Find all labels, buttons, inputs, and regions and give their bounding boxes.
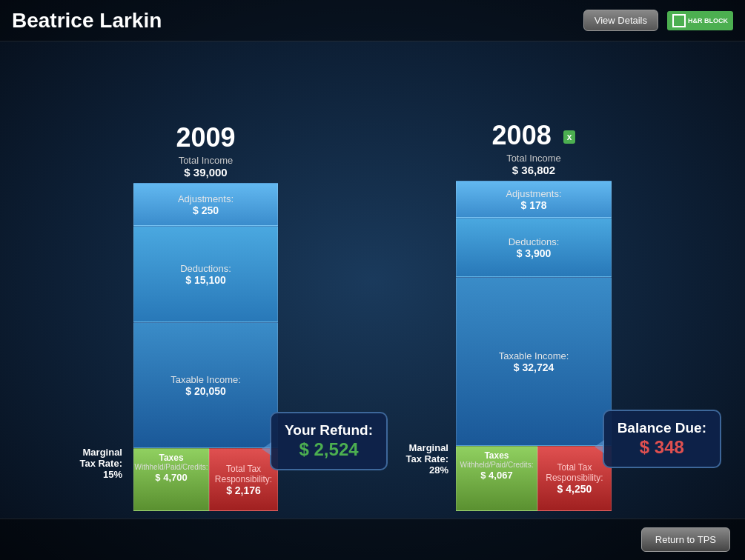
logo-green-square: [672, 14, 686, 27]
adjustments-label-2008: Adjustments:: [506, 188, 561, 199]
adjustments-label-2009: Adjustments:: [178, 193, 234, 204]
logo-text: H&R BLOCK: [688, 17, 728, 24]
adjustments-value-2009: $ 250: [193, 204, 219, 216]
adjustments-value-2008: $ 178: [520, 199, 546, 211]
footer: Return to TPS: [0, 519, 745, 560]
deductions-seg-2008: Deductions: $ 3,900: [456, 218, 612, 277]
total-tax-resp-2008: Responsibility:: [546, 473, 603, 483]
callout-arrow-2008: [595, 440, 604, 453]
year-2009-section: 2009 Total Income $ 39,000 Adjustments: …: [133, 122, 278, 511]
taxable-seg-2009: Taxable Income: $ 20,050: [133, 322, 278, 448]
header: Beatrice Larkin View Details H&R BLOCK: [0, 0, 745, 41]
deductions-seg-2009: Deductions: $ 15,100: [133, 226, 278, 322]
total-tax-label-2009: Total Tax: [226, 464, 261, 474]
balance-label-2008: Balance Due:: [617, 420, 706, 437]
return-to-tps-button[interactable]: Return to TPS: [641, 527, 730, 552]
year-2009-bar: Adjustments: $ 250 Deductions: $ 15,100 …: [133, 183, 278, 511]
page-title: Beatrice Larkin: [12, 9, 162, 33]
year-2009-label: 2009: [176, 122, 235, 153]
withheld-label-2009: Withheld/Paid/Credits:: [135, 463, 208, 472]
total-tax-label-2008: Total Tax: [557, 462, 592, 473]
header-right: View Details H&R BLOCK: [583, 10, 733, 31]
adjustments-seg-2008: Adjustments: $ 178: [456, 181, 612, 218]
withheld-label-2008: Withheld/Paid/Credits:: [460, 461, 533, 470]
taxes-seg-2009: Taxes Withheld/Paid/Credits: $ 4,700: [133, 448, 209, 511]
hr-block-logo: H&R BLOCK: [667, 11, 733, 30]
year-2008-label: 2008 x: [492, 120, 576, 151]
deductions-value-2009: $ 15,100: [185, 274, 226, 286]
year-2009-total-income-label: Total Income: [179, 155, 234, 166]
chart-area: 2009 Total Income $ 39,000 Adjustments: …: [0, 41, 745, 519]
bottom-row-2008: Taxes Withheld/Paid/Credits: $ 4,067 Tot…: [456, 446, 612, 511]
deductions-label-2009: Deductions:: [180, 263, 231, 274]
bottom-row-2009: Taxes Withheld/Paid/Credits: $ 4,700 Tot…: [133, 448, 278, 511]
taxes-top-label-2009: Taxes: [159, 453, 183, 463]
taxes-top-label-2008: Taxes: [484, 450, 509, 461]
marginal-label-2009: Marginal: [52, 447, 122, 458]
adjustments-seg-2009: Adjustments: $ 250: [133, 183, 278, 226]
total-tax-value-2008: $ 4,250: [557, 483, 592, 495]
callout-arrow-2009: [262, 442, 271, 456]
deductions-value-2008: $ 3,900: [517, 247, 552, 259]
deductions-label-2008: Deductions:: [509, 236, 560, 247]
total-tax-resp-2009: Responsibility:: [215, 474, 272, 484]
year-2008-section: 2008 x Total Income $ 36,802 Adjustments…: [456, 120, 612, 511]
total-tax-value-2009: $ 2,176: [226, 484, 261, 496]
year-2008-bar: Adjustments: $ 178 Deductions: $ 3,900 T…: [456, 181, 612, 511]
balance-callout-2008: Balance Due: $ 348: [603, 410, 721, 468]
refund-value-2009: $ 2,524: [285, 439, 373, 460]
taxable-value-2008: $ 32,724: [514, 361, 554, 373]
tax-rate-value-2009: 15%: [52, 469, 122, 480]
view-details-button[interactable]: View Details: [583, 10, 658, 31]
taxable-label-2009: Taxable Income:: [170, 374, 241, 385]
withheld-value-2008: $ 4,067: [480, 470, 512, 481]
total-tax-seg-2008: Total Tax Responsibility: $ 4,250: [537, 446, 612, 511]
withheld-value-2009: $ 4,700: [155, 472, 187, 483]
total-tax-seg-2009: Total Tax Responsibility: $ 2,176: [209, 448, 278, 511]
taxes-seg-2008: Taxes Withheld/Paid/Credits: $ 4,067: [456, 446, 537, 511]
year-2009-total-income-value: $ 39,000: [184, 166, 227, 179]
balance-value-2008: $ 348: [617, 437, 706, 458]
taxable-seg-2008: Taxable Income: $ 32,724: [456, 277, 612, 446]
tax-rate-label-2009: Tax Rate:: [52, 458, 122, 469]
refund-callout-2009: Your Refund: $ 2,524: [270, 412, 388, 470]
refund-label-2009: Your Refund:: [285, 422, 373, 439]
taxable-value-2009: $ 20,050: [185, 385, 226, 397]
taxable-label-2008: Taxable Income:: [499, 350, 569, 361]
year-2008-total-income-value: $ 36,802: [512, 164, 555, 176]
year-2008-close-icon[interactable]: x: [563, 130, 576, 144]
marginal-2009: Marginal Tax Rate: 15%: [52, 447, 122, 480]
year-2008-total-income-label: Total Income: [506, 153, 561, 164]
